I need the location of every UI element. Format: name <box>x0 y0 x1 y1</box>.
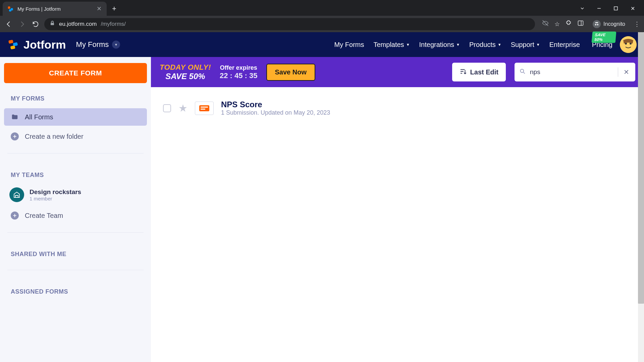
sidebar-item-label: All Forms <box>25 113 53 121</box>
nav-products[interactable]: Products▼ <box>469 41 501 49</box>
incognito-badge[interactable]: Incognito <box>589 19 629 29</box>
promo-text: TODAY ONLY! SAVE 50% <box>160 63 211 81</box>
offer-label: Offer expires <box>220 64 257 71</box>
svg-rect-2 <box>9 9 11 12</box>
promo-line-1: TODAY ONLY! <box>160 63 211 72</box>
new-tab-button[interactable]: + <box>107 2 122 16</box>
sort-label: Last Edit <box>470 68 498 76</box>
sidebar-item-new-folder[interactable]: + Create a new folder <box>4 128 147 145</box>
back-button[interactable] <box>4 19 13 29</box>
sidebar-item-all-forms[interactable]: All Forms <box>4 108 147 126</box>
close-window-button[interactable]: ✕ <box>629 4 637 12</box>
svg-line-17 <box>524 72 525 74</box>
chevron-down-icon: ▼ <box>406 43 410 47</box>
browser-tab[interactable]: My Forms | Jotform ✕ <box>3 2 107 16</box>
form-title: NPS Score <box>221 100 330 109</box>
nav-pricing[interactable]: SAVE 50% Pricing <box>592 41 612 49</box>
chevron-down-icon: ▾ <box>112 41 120 49</box>
team-badge-icon <box>9 187 24 202</box>
divider <box>7 153 144 154</box>
side-panel-icon[interactable] <box>577 20 584 28</box>
incognito-icon <box>593 20 601 28</box>
promo-bar: TODAY ONLY! SAVE 50% Offer expires 22 : … <box>151 57 644 87</box>
window-controls: ✕ <box>578 4 644 16</box>
svg-point-13 <box>620 36 637 53</box>
form-thumbnail-icon <box>195 102 214 115</box>
save-now-button[interactable]: Save Now <box>266 64 315 81</box>
form-row[interactable]: ★ NPS Score 1 Submission. Updated on May… <box>161 96 634 120</box>
incognito-label: Incognito <box>603 21 625 27</box>
section-my-forms: MY FORMS <box>4 85 147 106</box>
nav-enterprise[interactable]: Enterprise <box>549 41 580 49</box>
folder-icon <box>11 113 19 121</box>
svg-point-9 <box>597 24 599 25</box>
nav-support[interactable]: Support▼ <box>511 41 540 49</box>
scrollbar-thumb[interactable] <box>638 32 644 304</box>
address-bar[interactable]: eu.jotform.com/myforms/ <box>44 18 535 30</box>
minimize-button[interactable] <box>595 4 603 12</box>
team-item[interactable]: Design rockstars 1 member <box>4 185 147 205</box>
sidebar-item-label: Create Team <box>25 212 63 220</box>
search-input[interactable] <box>530 68 614 76</box>
section-my-teams: MY TEAMS <box>4 162 147 183</box>
nav-my-forms[interactable]: My Forms <box>334 41 364 49</box>
browser-tab-strip: My Forms | Jotform ✕ + ✕ <box>0 0 644 16</box>
jotform-favicon <box>7 5 14 12</box>
nav-integrations[interactable]: Integrations▼ <box>419 41 460 49</box>
form-list: ★ NPS Score 1 Submission. Updated on May… <box>151 87 644 362</box>
user-avatar[interactable] <box>620 36 637 53</box>
chevron-down-icon: ▼ <box>456 43 460 47</box>
search-icon <box>519 68 526 76</box>
offer-time: 22 : 45 : 35 <box>220 71 258 80</box>
extensions-icon[interactable] <box>565 20 572 28</box>
section-assigned: ASSIGNED FORMS <box>4 278 147 299</box>
divider <box>7 270 144 270</box>
sidebar-item-create-team[interactable]: + Create Team <box>4 207 147 224</box>
row-checkbox[interactable] <box>163 104 171 112</box>
maximize-button[interactable] <box>612 4 620 12</box>
tab-search-icon[interactable] <box>578 4 586 12</box>
sort-button[interactable]: Last Edit <box>452 63 506 81</box>
save-badge: SAVE 50% <box>591 32 616 43</box>
tab-title: My Forms | Jotform <box>17 6 93 12</box>
sidebar-item-label: Create a new folder <box>25 133 84 140</box>
jotform-logo[interactable]: Jotform <box>7 38 66 51</box>
svg-rect-12 <box>10 46 15 50</box>
workspace-label: My Forms <box>76 40 109 49</box>
svg-rect-4 <box>614 7 618 10</box>
forward-button[interactable] <box>17 19 27 29</box>
nav-templates[interactable]: Templates▼ <box>373 41 410 49</box>
kebab-menu-icon[interactable]: ⋮ <box>634 20 640 28</box>
eye-off-icon[interactable] <box>542 19 549 28</box>
svg-rect-0 <box>8 6 10 9</box>
app-nav: My Forms Templates▼ Integrations▼ Produc… <box>334 41 612 49</box>
close-tab-button[interactable]: ✕ <box>96 6 102 12</box>
logo-text: Jotform <box>23 38 66 51</box>
separator <box>618 67 618 77</box>
sort-icon <box>460 68 467 77</box>
url-path: /myforms/ <box>101 21 126 27</box>
plus-circle-icon: + <box>11 132 19 140</box>
scrollbar[interactable] <box>638 32 644 362</box>
logo-mark-icon <box>7 38 20 51</box>
section-shared: SHARED WITH ME <box>4 241 147 262</box>
star-icon[interactable]: ★ <box>178 102 187 114</box>
svg-point-16 <box>520 69 524 72</box>
chevron-down-icon: ▼ <box>536 43 540 47</box>
reload-button[interactable] <box>31 19 40 29</box>
app-header: Jotform My Forms ▾ My Forms Templates▼ I… <box>0 32 644 57</box>
svg-point-8 <box>595 24 597 25</box>
svg-rect-5 <box>51 23 54 25</box>
lock-icon <box>50 20 55 27</box>
browser-toolbar: eu.jotform.com/myforms/ ☆ Incognito ⋮ <box>0 16 644 32</box>
offer-countdown: Offer expires 22 : 45 : 35 <box>220 64 258 80</box>
create-form-button[interactable]: CREATE FORM <box>4 63 147 83</box>
main-panel: TODAY ONLY! SAVE 50% Offer expires 22 : … <box>151 57 644 362</box>
bookmark-star-icon[interactable]: ☆ <box>554 20 560 28</box>
workspace-dropdown[interactable]: My Forms ▾ <box>76 40 120 49</box>
team-meta: 1 member <box>30 196 81 201</box>
form-subtitle: 1 Submission. Updated on May 20, 2023 <box>221 109 330 116</box>
team-name: Design rockstars <box>30 188 81 196</box>
clear-search-button[interactable]: ✕ <box>622 68 631 76</box>
plus-circle-icon: + <box>11 212 19 220</box>
